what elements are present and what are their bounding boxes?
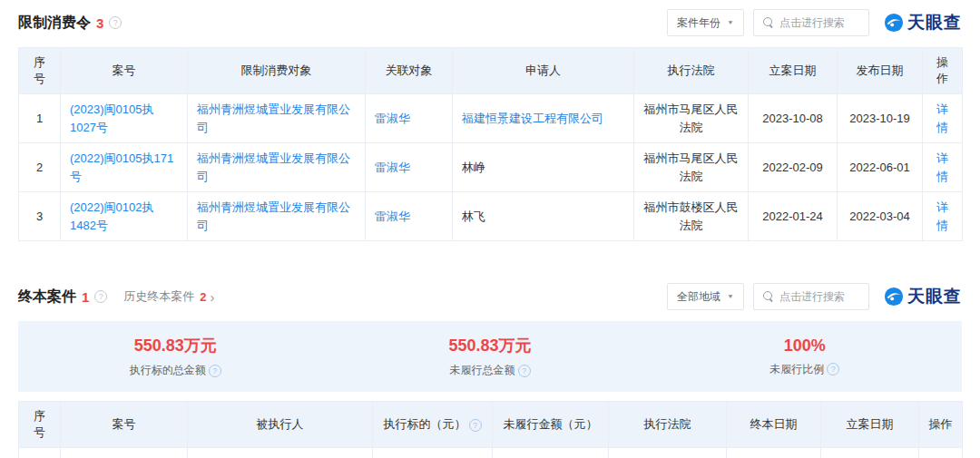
case-number-link[interactable]: (2022)闽0102执1482号 [70,200,154,232]
execution-amount-cell: 5,508,340.00 [373,448,493,458]
region-filter-dropdown[interactable]: 全部地域 ▼ [667,283,744,310]
search-box[interactable] [753,283,869,310]
section-count-badge: 1 [82,289,89,305]
row-index: 2 [19,143,61,192]
final-case-table: 序号 案号 被执行人 执行标的（元）? 未履行金额（元） 执行法院 终本日期 立… [18,401,963,458]
help-icon[interactable]: ? [469,419,482,432]
final-case-summary-band: 550.83万元 执行标的总金额 ? 550.83万元 未履行总金额 ? 100… [18,321,962,392]
col-header: 终本日期 [727,402,821,448]
tianyancha-logo-text: 天眼查 [907,11,962,34]
publish-date-cell: 2023-10-19 [838,94,923,143]
stat-total-execution-amount: 550.83万元 执行标的总金额 ? [18,321,333,392]
col-header: 立案日期 [749,48,838,94]
section-consumption-restriction-header: 限制消费令 3 ? 案件年份 ▼ 天眼查 [18,7,962,38]
col-header: 执行法院 [634,48,749,94]
table-header-row: 序号 案号 被执行人 执行标的（元）? 未履行金额（元） 执行法院 终本日期 立… [19,402,963,448]
court-cell: 福州市马尾区人民法院 [634,143,749,192]
detail-link[interactable]: 详情 [936,102,948,134]
col-header: 操作 [923,48,963,94]
help-icon[interactable]: ? [109,16,122,29]
search-input[interactable] [779,290,859,303]
case-year-filter-dropdown[interactable]: 案件年份 ▼ [667,9,744,36]
consumption-restriction-table: 序号 案号 限制消费对象 关联对象 申请人 执行法院 立案日期 发布日期 操作 … [18,47,963,241]
tianyancha-eye-icon [884,13,904,33]
section-title: 限制消费令 [18,14,91,33]
stat-label: 执行标的总金额 [130,363,206,378]
filter-label: 案件年份 [677,15,720,31]
filing-date-cell: 2022-02-09 [749,143,838,192]
unfulfilled-amount-cell: 5,508,340.00 [493,448,609,458]
related-person-link[interactable]: 雷淑华 [375,210,410,223]
tianyancha-eye-icon [884,287,904,307]
filing-date-cell: 2022-01-24 [749,192,838,241]
applicant-link[interactable]: 福建恒景建设工程有限公司 [462,112,603,125]
page: 限制消费令 3 ? 案件年份 ▼ 天眼查 序号 案 [0,0,980,458]
applicant-cell: 林峥 [453,143,634,192]
applicant-cell: 林飞 [453,192,634,241]
table-row: 1 (2023)闽0105执1027号 福州青洲煜城置业发展有限公司 5,508… [19,448,963,458]
stat-unfulfilled-amount: 550.83万元 未履行总金额 ? [333,321,648,392]
publish-date-cell: 2022-06-01 [838,143,923,192]
stat-value: 550.83万元 [448,335,531,356]
table-row: 1 (2023)闽0105执1027号 福州青洲煜城置业发展有限公司 雷淑华 福… [19,94,963,143]
search-icon [763,291,774,302]
tianyancha-logo-text: 天眼查 [907,285,962,308]
col-header: 未履行金额（元） [493,402,609,448]
col-header: 序号 [19,48,61,94]
restricted-company-link[interactable]: 福州青洲煜城置业发展有限公司 [197,151,350,183]
search-box[interactable] [753,9,869,36]
col-header: 执行法院 [609,402,727,448]
help-icon[interactable]: ? [518,365,531,377]
col-header: 关联对象 [366,48,453,94]
court-cell: 福州市马尾区人民法院 [634,94,749,143]
final-date-cell: 2023-12-19 [727,448,821,458]
section-title: 终本案件 [18,287,76,307]
col-header: 序号 [19,402,61,448]
filing-date-cell: 2023-10-08 [749,94,838,143]
chevron-down-icon: ▼ [727,293,734,299]
row-index: 1 [19,448,61,458]
col-header: 操作 [919,402,963,448]
detail-link[interactable]: 详情 [936,200,948,232]
court-cell: 福州市马尾区人民法院 [609,448,727,458]
col-header: 案号 [61,48,188,94]
row-index: 1 [19,94,61,143]
filing-date-cell: 2023-10-08 [821,448,919,458]
col-header: 限制消费对象 [188,48,366,94]
stat-value: 550.83万元 [134,335,217,356]
col-header: 被执行人 [188,402,373,448]
restricted-company-link[interactable]: 福州青洲煜城置业发展有限公司 [197,200,350,232]
table-row: 3 (2022)闽0102执1482号 福州青洲煜城置业发展有限公司 雷淑华 林… [19,192,963,241]
history-final-cases-link[interactable]: 历史终本案件 2 › [123,288,214,305]
restricted-company-link[interactable]: 福州青洲煜城置业发展有限公司 [197,102,350,134]
related-person-link[interactable]: 雷淑华 [375,112,410,125]
stat-value: 100% [784,336,826,356]
publish-date-cell: 2022-03-04 [838,192,923,241]
section-count-badge: 3 [96,15,103,31]
tianyancha-logo: 天眼查 [884,11,962,34]
chevron-down-icon: ▼ [727,19,734,25]
help-icon[interactable]: ? [827,363,839,375]
chevron-right-icon: › [211,289,215,305]
detail-link[interactable]: 详情 [936,151,948,183]
help-icon[interactable]: ? [94,290,107,303]
case-number-link[interactable]: (2023)闽0105执1027号 [70,102,154,134]
court-cell: 福州市鼓楼区人民法院 [634,192,749,241]
table-row: 2 (2022)闽0105执171号 福州青洲煜城置业发展有限公司 雷淑华 林峥… [19,143,963,192]
section-final-case-header: 终本案件 1 ? 历史终本案件 2 › 全部地域 ▼ 天眼查 [18,281,962,312]
col-header: 立案日期 [821,402,919,448]
related-person-link[interactable]: 雷淑华 [375,161,410,174]
search-input[interactable] [779,16,859,29]
stat-label: 未履行总金额 [450,363,515,378]
help-icon[interactable]: ? [209,365,221,377]
col-header: 发布日期 [838,48,923,94]
history-label: 历史终本案件 [123,288,194,305]
case-number-link[interactable]: (2022)闽0105执171号 [70,151,173,183]
row-index: 3 [19,192,61,241]
col-header: 申请人 [453,48,634,94]
col-header: 执行标的（元）? [373,402,493,448]
search-icon [763,17,774,28]
stat-label: 未履行比例 [769,362,824,377]
history-count-badge: 2 [200,290,206,304]
table-header-row: 序号 案号 限制消费对象 关联对象 申请人 执行法院 立案日期 发布日期 操作 [19,48,963,94]
